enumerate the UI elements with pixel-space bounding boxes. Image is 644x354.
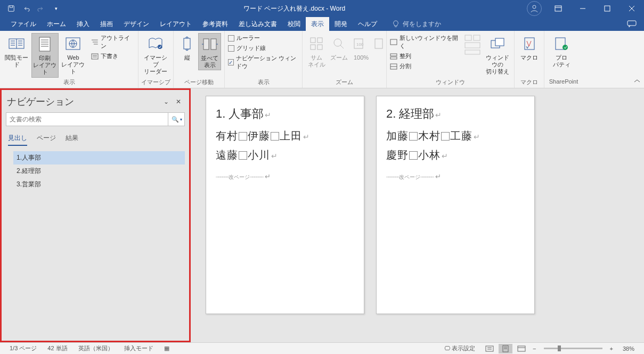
status-page[interactable]: 1/3 ページ — [4, 344, 42, 352]
page1-heading: 1. 人事部 — [216, 106, 354, 122]
vertical-button[interactable]: 縦 — [177, 33, 197, 62]
thumbnails-button[interactable]: サム ネイル — [306, 33, 327, 69]
draft-button[interactable]: 下書き — [91, 52, 135, 60]
immersive-reader-button[interactable]: イマーシブ リーダー — [142, 33, 169, 77]
immersive-reader-icon — [146, 34, 165, 53]
svg-rect-29 — [465, 50, 480, 54]
status-language[interactable]: 英語（米国） — [73, 344, 119, 352]
nav-tab-results[interactable]: 結果 — [66, 134, 78, 146]
navigation-pane: ナビゲーション ⌄ ✕ 🔍 ▾ 見出し ページ 結果 1.人事部 2.経理部 3… — [0, 88, 191, 342]
split-button[interactable]: 分割 — [390, 62, 462, 70]
svg-rect-17 — [317, 45, 322, 50]
svg-rect-26 — [465, 35, 471, 40]
svg-point-1 — [533, 5, 536, 9]
web-layout-view-icon[interactable] — [515, 344, 528, 353]
close-pane-icon[interactable]: ✕ — [173, 98, 184, 105]
qat-dropdown-icon[interactable]: ▾ — [50, 3, 62, 14]
comment-icon[interactable] — [627, 20, 637, 28]
close-icon[interactable] — [619, 0, 644, 17]
zoom-extra-button[interactable] — [373, 33, 385, 55]
read-mode-button[interactable]: 閲覧モード — [3, 33, 30, 69]
zoom-in-button[interactable]: + — [608, 345, 615, 352]
status-bar: 1/3 ページ 42 単語 英語（米国） 挿入モード ▦ 🖵 表示設定 − + … — [0, 342, 644, 354]
properties-button[interactable]: プロ パティ — [548, 33, 575, 69]
display-settings[interactable]: 🖵 表示設定 — [439, 344, 480, 352]
ribbon: 閲覧モード 印刷 レイアウト Web レイアウト アウトライン 下書き 表示 イ… — [0, 31, 644, 88]
nav-tab-headings[interactable]: 見出し — [8, 134, 27, 146]
ruler-checkbox[interactable]: ルーラー — [228, 34, 299, 42]
tab-home[interactable]: ホーム — [42, 17, 71, 31]
new-window-button[interactable]: 新しいウィンドウを開く — [390, 34, 462, 50]
gridlines-checkbox[interactable]: グリッド線 — [228, 44, 299, 52]
tab-design[interactable]: デザイン — [118, 17, 154, 31]
group-label-views: 表示 — [0, 78, 138, 88]
svg-rect-9 — [92, 54, 98, 59]
outline-icon — [91, 39, 99, 45]
properties-icon — [552, 34, 571, 53]
account-icon[interactable] — [527, 1, 542, 16]
zoom-slider[interactable] — [544, 348, 602, 349]
svg-rect-28 — [465, 43, 480, 48]
tab-insert[interactable]: 挿入 — [71, 17, 95, 31]
chevron-down-icon[interactable]: ⌄ — [161, 98, 172, 105]
status-words[interactable]: 42 単語 — [42, 344, 72, 352]
document-page-1[interactable]: 1. 人事部 有村伊藤上田 遠藤小川 改ページ↵ — [206, 96, 364, 314]
zoom-100-button[interactable]: 100100% — [350, 33, 372, 62]
switch-windows-icon — [488, 34, 507, 53]
tab-file[interactable]: ファイル — [5, 17, 42, 31]
macros-button[interactable]: マクロ — [518, 33, 541, 62]
tab-developer[interactable]: 開発 — [329, 17, 353, 31]
print-layout-button[interactable]: 印刷 レイアウト — [31, 33, 59, 78]
zoom-level[interactable]: 38% — [617, 345, 640, 352]
document-page-2[interactable]: 2. 経理部 加藤木村工藤 慶野小林 改ページ↵ — [376, 96, 535, 314]
zoom-button[interactable]: ズーム — [328, 33, 349, 62]
tab-view[interactable]: 表示 — [306, 17, 329, 31]
view-side-by-side-icon[interactable] — [464, 34, 481, 55]
svg-rect-37 — [518, 346, 525, 351]
page-break-marker: 改ページ↵ — [216, 172, 354, 181]
tab-review[interactable]: 校閲 — [282, 17, 306, 31]
minimize-icon[interactable] — [570, 0, 595, 17]
search-input[interactable] — [6, 112, 185, 126]
svg-rect-3 — [605, 6, 610, 11]
tell-me-label: 何をしますか — [403, 20, 441, 29]
svg-rect-16 — [311, 45, 315, 50]
autosave-icon[interactable] — [5, 3, 17, 14]
web-layout-button[interactable]: Web レイアウト — [60, 33, 87, 77]
collapse-ribbon-icon[interactable] — [633, 78, 641, 86]
svg-rect-4 — [627, 21, 636, 26]
group-label-show: 表示 — [225, 78, 302, 88]
tab-help[interactable]: ヘルプ — [353, 17, 382, 31]
ribbon-tabs: ファイル ホーム 挿入 描画 デザイン レイアウト 参考資料 差し込み文書 校閲… — [0, 17, 644, 31]
tab-draw[interactable]: 描画 — [95, 17, 118, 31]
nav-tab-pages[interactable]: ページ — [37, 134, 56, 146]
macro-record-icon[interactable]: ▦ — [159, 345, 175, 352]
focus-mode-icon[interactable] — [483, 344, 496, 353]
title-bar: ▾ ワード ページ入れ替え.docx - Word — [0, 0, 644, 17]
heading-item[interactable]: 2.経理部 — [13, 164, 185, 178]
status-mode[interactable]: 挿入モード — [119, 344, 159, 352]
zoom-out-button[interactable]: − — [531, 345, 538, 352]
search-button[interactable]: 🔍 ▾ — [168, 112, 185, 126]
tab-layout[interactable]: レイアウト — [154, 17, 197, 31]
print-layout-icon — [35, 35, 54, 54]
navigation-pane-checkbox[interactable]: ✓ナビゲーション ウィンドウ — [228, 54, 299, 70]
print-layout-view-icon[interactable] — [499, 344, 512, 353]
heading-item[interactable]: 1.人事部 — [13, 151, 185, 164]
tab-references[interactable]: 参考資料 — [197, 17, 233, 31]
tell-me[interactable]: 何をしますか — [382, 17, 441, 31]
maximize-icon[interactable] — [595, 0, 619, 17]
arrange-all-button[interactable]: 整列 — [390, 52, 462, 60]
macros-icon — [520, 34, 539, 53]
side-by-side-button[interactable]: 並べて 表示 — [198, 33, 221, 70]
switch-windows-button[interactable]: ウィンドウの 切り替え — [484, 33, 511, 77]
undo-icon[interactable] — [20, 3, 32, 14]
redo-icon[interactable] — [35, 3, 47, 14]
heading-item[interactable]: 3.営業部 — [13, 178, 185, 191]
page2-line2: 慶野小林 — [386, 147, 525, 163]
tab-mailings[interactable]: 差し込み文書 — [233, 17, 282, 31]
outline-button[interactable]: アウトライン — [91, 34, 135, 50]
ribbon-display-icon[interactable] — [546, 0, 570, 17]
svg-rect-22 — [390, 39, 397, 45]
svg-rect-24 — [390, 57, 397, 59]
